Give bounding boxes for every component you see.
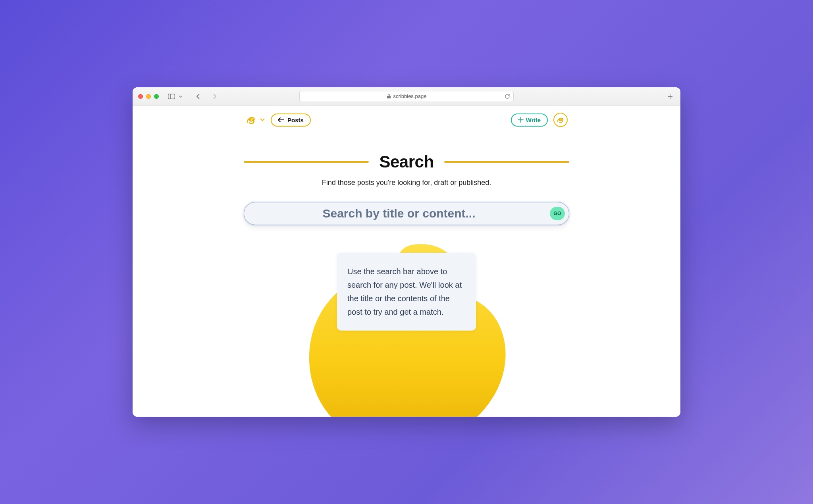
window-close-icon[interactable] [138,94,143,99]
new-tab-icon[interactable] [665,92,675,101]
browser-forward-icon[interactable] [210,92,219,101]
window-zoom-icon[interactable] [154,94,159,99]
address-bar[interactable]: scribbles.page [299,91,514,102]
browser-back-icon[interactable] [194,92,203,101]
hero-section: Search Find those posts you're looking f… [244,152,569,225]
search-go-button[interactable]: GO [550,207,565,220]
back-label: Posts [287,117,304,123]
page-content: Posts Write [133,106,680,417]
arrow-left-icon [278,117,284,122]
go-label: GO [553,211,561,216]
top-nav: Posts Write [244,113,569,127]
address-text: scribbles.page [393,93,427,99]
back-to-posts-button[interactable]: Posts [271,113,311,127]
page-title: Search [379,152,433,171]
account-menu[interactable] [553,113,568,127]
sidebar-toggle-group [167,92,183,101]
write-label: Write [526,117,541,123]
write-button[interactable]: Write [511,113,548,127]
lock-icon [387,94,391,99]
reload-icon[interactable] [505,94,510,99]
info-text: Use the search bar above to search for a… [347,267,462,316]
browser-window: scribbles.page [133,87,680,417]
search-input[interactable] [256,207,542,220]
page-subtitle: Find those posts you're looking for, dra… [244,179,569,187]
sidebar-icon[interactable] [167,92,176,101]
chevron-down-icon [260,118,265,121]
divider-left [244,161,369,163]
scribbles-logo-icon [245,114,257,126]
nav-buttons [194,92,219,101]
window-controls [138,94,159,99]
search-info-card: Use the search bar above to search for a… [337,253,476,331]
divider-right [444,161,569,163]
title-bar: scribbles.page [133,87,680,106]
logo-menu[interactable] [245,114,265,126]
search-field-container: GO [244,202,569,225]
svg-rect-0 [168,94,175,99]
chevron-down-icon[interactable] [178,92,183,101]
plus-icon [518,117,524,123]
scribbles-avatar-icon [556,115,565,124]
window-minimize-icon[interactable] [146,94,151,99]
